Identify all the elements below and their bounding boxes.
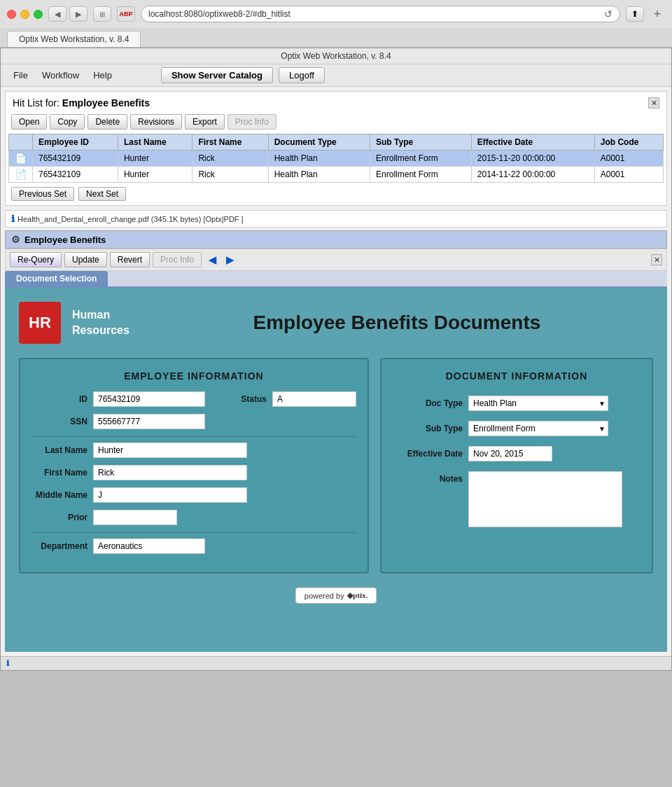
first-name-input[interactable] <box>93 465 247 480</box>
cell-last-name: Hunter <box>118 151 192 167</box>
info-icon: ℹ <box>11 214 15 224</box>
middle-name-input[interactable] <box>93 487 247 503</box>
hitlist-title-prefix: Hit List for: <box>13 97 62 109</box>
next-set-button[interactable]: Next Set <box>78 187 126 201</box>
menu-workflow[interactable]: Workflow <box>35 68 86 83</box>
cell-effective-date: 2015-11-20 00:00:00 <box>471 151 594 167</box>
sub-type-wrapper: Enrollment Form ▼ <box>468 421 608 436</box>
hitlist-panel: Hit List for: Employee Benefits ✕ Open C… <box>5 91 667 206</box>
doc-type-select[interactable]: Health Plan <box>468 396 608 411</box>
cell-first-name: Rick <box>192 151 268 167</box>
proc-info-2-button[interactable]: Proc Info <box>153 252 202 267</box>
employee-info-title: EMPLOYEE INFORMATION <box>31 370 356 382</box>
nav-next-arrow[interactable]: ▶ <box>222 253 238 267</box>
settings-icon: ⚙ <box>11 234 20 245</box>
col-effective-date: Effective Date <box>471 134 594 151</box>
info-bar: ℹ Health_and_Dental_enroll_change.pdf (3… <box>5 210 667 228</box>
document-selection-tab[interactable]: Document Selection <box>5 271 108 286</box>
proc-info-button[interactable]: Proc Info <box>227 114 276 130</box>
cell-document-type: Health Plan <box>268 151 370 167</box>
col-icon <box>9 134 33 151</box>
tab-bar: Document Selection <box>5 271 667 288</box>
previous-set-button[interactable]: Previous Set <box>11 187 74 201</box>
status-icon: ℹ <box>6 659 9 668</box>
hitlist-toolbar: Open Copy Delete Revisions Export Proc I… <box>8 113 664 134</box>
copy-button[interactable]: Copy <box>50 114 85 130</box>
col-employee-id: Employee ID <box>33 134 118 151</box>
menu-file[interactable]: File <box>6 68 35 83</box>
doc-area: HR HumanResources Employee Benefits Docu… <box>5 288 667 652</box>
pagination: Previous Set Next Set <box>8 183 664 202</box>
col-sub-type: Sub Type <box>370 134 472 151</box>
open-button[interactable]: Open <box>11 114 47 130</box>
section-title: Employee Benefits <box>24 235 106 245</box>
doc-title: Employee Benefits Documents <box>141 312 653 334</box>
hitlist-title: Hit List for: Employee Benefits <box>13 97 150 109</box>
url-bar[interactable]: localhost:8080/optixweb8-2/#db_hitlist ↺ <box>141 6 620 22</box>
notes-textarea[interactable] <box>468 471 622 527</box>
col-last-name: Last Name <box>118 134 192 151</box>
powered-by-text: powered by <box>304 592 344 600</box>
share-button[interactable]: ⬆ <box>626 6 644 22</box>
table-row[interactable]: 📄765432109HunterRickHealth PlanEnrollmen… <box>9 167 664 183</box>
row-icon: 📄 <box>15 153 27 164</box>
table-row[interactable]: 📄765432109HunterRickHealth PlanEnrollmen… <box>9 151 664 167</box>
effective-date-label: Effective Date <box>393 449 463 459</box>
show-server-catalog-button[interactable]: Show Server Catalog <box>161 67 273 83</box>
sub-type-select[interactable]: Enrollment Form <box>468 421 608 436</box>
last-name-input[interactable] <box>93 443 247 458</box>
employee-info-box: EMPLOYEE INFORMATION ID Status SSN Last … <box>19 358 369 573</box>
cell-sub-type: Enrollment Form <box>370 167 472 183</box>
revisions-button[interactable]: Revisions <box>130 114 182 130</box>
cell-document-type: Health Plan <box>268 167 370 183</box>
id-label: ID <box>31 394 88 404</box>
id-input[interactable] <box>93 391 205 407</box>
col-document-type: Document Type <box>268 134 370 151</box>
section-header: ⚙ Employee Benefits <box>5 230 667 249</box>
department-label: Department <box>31 541 88 551</box>
status-input[interactable] <box>272 391 356 407</box>
logoff-button[interactable]: Logoff <box>279 67 325 83</box>
maximize-traffic-light[interactable] <box>34 10 43 19</box>
prior-input[interactable] <box>93 510 177 525</box>
document-info-box: DOCUMENT INFORMATION Doc Type Health Pla… <box>380 358 653 573</box>
middle-name-label: Middle Name <box>31 490 88 500</box>
window-button[interactable]: ⊞ <box>93 6 111 22</box>
status-label: Status <box>211 394 267 404</box>
update-button[interactable]: Update <box>64 252 107 267</box>
info-bar-text: Health_and_Dental_enroll_change.pdf (345… <box>18 215 244 223</box>
newtab-button[interactable]: + <box>650 6 665 22</box>
hitlist-close-button[interactable]: ✕ <box>648 97 659 109</box>
menu-help[interactable]: Help <box>86 68 119 83</box>
nav-prev-arrow[interactable]: ◀ <box>204 253 220 267</box>
delete-button[interactable]: Delete <box>88 114 127 130</box>
cell-last-name: Hunter <box>118 167 192 183</box>
revert-button[interactable]: Revert <box>110 252 150 267</box>
export-button[interactable]: Export <box>185 114 225 130</box>
back-button[interactable]: ◀ <box>48 6 66 22</box>
powered-by-box: powered by ◆ptix. <box>295 587 377 604</box>
document-info-title: DOCUMENT INFORMATION <box>393 370 640 382</box>
forward-button[interactable]: ▶ <box>69 6 88 22</box>
reload-button[interactable]: ↺ <box>604 8 612 20</box>
abp-button[interactable]: ABP <box>117 6 135 22</box>
cell-first-name: Rick <box>192 167 268 183</box>
hr-company-text: HumanResources <box>72 307 130 339</box>
url-text: localhost:8080/optixweb8-2/#db_hitlist <box>148 9 290 19</box>
cell-sub-type: Enrollment Form <box>370 151 472 167</box>
effective-date-input[interactable] <box>468 446 552 461</box>
ssn-input[interactable] <box>93 414 205 429</box>
requery-button[interactable]: Re-Query <box>10 252 62 267</box>
action-bar: Re-Query Update Revert Proc Info ◀ ▶ ✕ <box>5 249 667 271</box>
browser-tab[interactable]: Optix Web Workstation, v. 8.4 <box>7 31 141 47</box>
section-close-button[interactable]: ✕ <box>651 254 662 265</box>
prior-label: Prior <box>31 513 88 522</box>
row-icon: 📄 <box>15 169 27 180</box>
powered-by-area: powered by ◆ptix. <box>19 587 653 604</box>
close-traffic-light[interactable] <box>7 10 16 19</box>
status-bar: ℹ <box>1 656 671 670</box>
cell-employee-id: 765432109 <box>33 151 118 167</box>
doc-type-wrapper: Health Plan ▼ <box>468 396 608 411</box>
minimize-traffic-light[interactable] <box>20 10 29 19</box>
department-input[interactable] <box>93 538 205 554</box>
